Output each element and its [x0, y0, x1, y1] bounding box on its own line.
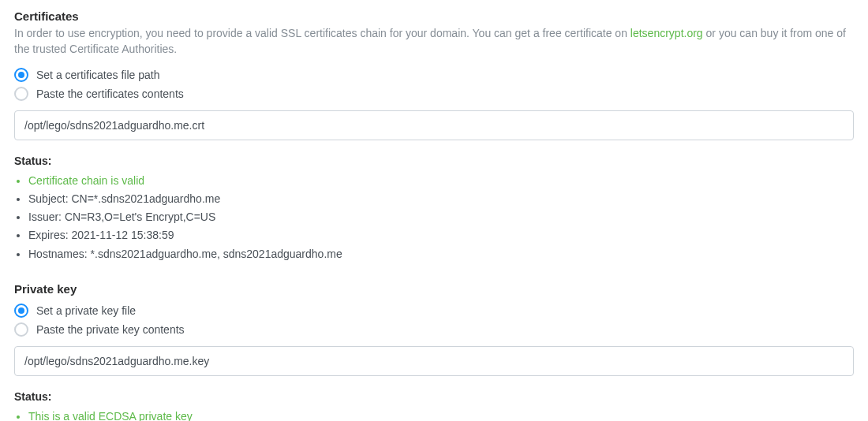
key-file-path-input[interactable]	[14, 346, 854, 376]
key-radio-file-path[interactable]: Set a private key file	[14, 304, 854, 318]
certificates-description: In order to use encryption, you need to …	[14, 26, 854, 57]
cert-radio-file-path[interactable]: Set a certificates file path	[14, 68, 854, 82]
key-status-valid: This is a valid ECDSA private key	[28, 408, 854, 421]
cert-file-path-input[interactable]	[14, 110, 854, 140]
radio-icon	[14, 304, 28, 318]
key-radio-paste-label: Paste the private key contents	[36, 323, 185, 336]
private-key-title: Private key	[14, 282, 854, 296]
key-radio-paste[interactable]: Paste the private key contents	[14, 322, 854, 337]
cert-radio-paste[interactable]: Paste the certificates contents	[14, 87, 854, 101]
cert-status-hostnames: Hostnames: *.sdns2021adguardho.me, sdns2…	[28, 245, 854, 263]
key-radio-file-path-label: Set a private key file	[36, 304, 136, 317]
letsencrypt-link[interactable]: letsencrypt.org	[630, 27, 703, 39]
cert-radio-file-path-label: Set a certificates file path	[36, 69, 159, 81]
radio-icon	[14, 68, 28, 82]
cert-status-list: Certificate chain is valid Subject: CN=*…	[14, 172, 854, 263]
key-status-label: Status:	[14, 390, 854, 403]
radio-icon	[14, 322, 28, 337]
cert-status-label: Status:	[14, 155, 854, 167]
cert-status-subject: Subject: CN=*.sdns2021adguardho.me	[28, 190, 854, 208]
cert-radio-paste-label: Paste the certificates contents	[36, 88, 184, 100]
certificates-radio-group: Set a certificates file path Paste the c…	[14, 68, 854, 101]
radio-icon	[14, 87, 28, 101]
private-key-radio-group: Set a private key file Paste the private…	[14, 304, 854, 337]
cert-status-issuer: Issuer: CN=R3,O=Let's Encrypt,C=US	[28, 208, 854, 226]
private-key-section: Private key Set a private key file Paste…	[14, 282, 854, 421]
key-status-list: This is a valid ECDSA private key	[14, 408, 854, 421]
cert-status-expires: Expires: 2021-11-12 15:38:59	[28, 226, 854, 244]
cert-status-valid: Certificate chain is valid	[28, 172, 854, 190]
certificates-section: Certificates In order to use encryption,…	[14, 9, 854, 263]
certificates-title: Certificates	[14, 9, 854, 23]
certificates-desc-before: In order to use encryption, you need to …	[14, 27, 630, 39]
